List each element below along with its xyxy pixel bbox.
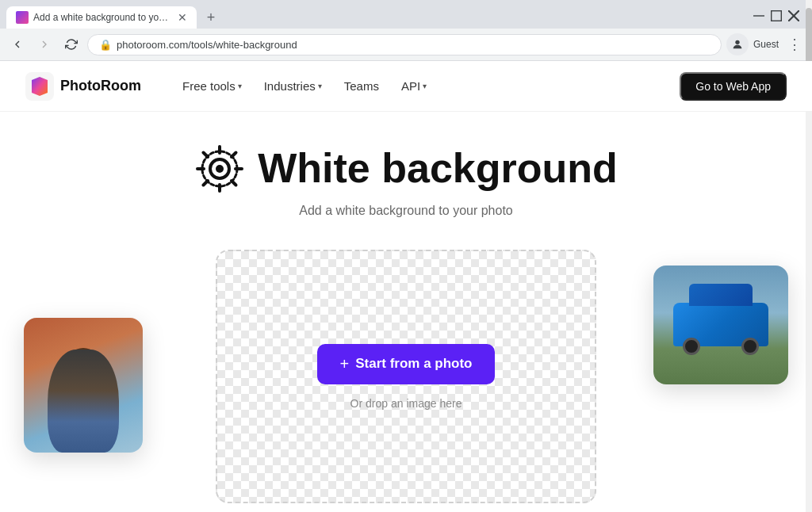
floating-image-woman: [24, 318, 143, 453]
active-tab[interactable]: Add a white background to you... ✕: [6, 6, 197, 29]
nav-links: Free tools ▾ Industries ▾ Teams API ▾: [173, 75, 680, 97]
logo[interactable]: PhotoRoom: [25, 72, 141, 101]
car-wheel-right: [741, 338, 759, 355]
profile-label: Guest: [753, 39, 779, 50]
go-to-web-app-button[interactable]: Go to Web App: [680, 72, 787, 101]
url-text: photoroom.com/tools/white-background: [117, 39, 710, 51]
browser-chrome: Add a white background to you... ✕ +: [0, 0, 812, 61]
start-from-photo-button[interactable]: + Start from a photo: [317, 344, 494, 384]
upload-area[interactable]: + Start from a photo Or drop an image he…: [216, 250, 596, 503]
logo-icon: [25, 72, 54, 101]
car-top: [689, 284, 753, 306]
profile-button[interactable]: [726, 33, 749, 55]
start-btn-label: Start from a photo: [355, 356, 472, 372]
car-wheel-left: [683, 338, 700, 355]
nav-link-teams[interactable]: Teams: [335, 75, 389, 97]
page-content: PhotoRoom Free tools ▾ Industries ▾ Team…: [0, 61, 812, 510]
svg-rect-0: [753, 15, 764, 16]
forward-button[interactable]: [33, 33, 56, 55]
car-body: [673, 303, 768, 346]
address-bar[interactable]: 🔒 photoroom.com/tools/white-background: [87, 34, 722, 55]
tab-close-button[interactable]: ✕: [178, 11, 187, 24]
nav-link-industries[interactable]: Industries ▾: [255, 75, 331, 97]
tab-bar: Add a white background to you... ✕ +: [0, 0, 812, 29]
nav-link-free-tools[interactable]: Free tools ▾: [173, 75, 251, 97]
chevron-down-icon: ▾: [238, 82, 242, 90]
svg-point-7: [216, 165, 224, 173]
address-bar-row: 🔒 photoroom.com/tools/white-background G…: [0, 29, 812, 60]
back-button[interactable]: [6, 33, 29, 55]
close-button[interactable]: [788, 10, 799, 21]
window-controls: [753, 10, 806, 25]
logo-text: PhotoRoom: [60, 78, 141, 94]
car-photo: [653, 266, 788, 384]
plus-icon: +: [339, 355, 349, 373]
reload-button[interactable]: [60, 33, 82, 55]
navbar: PhotoRoom Free tools ▾ Industries ▾ Team…: [0, 61, 812, 112]
main-content: White background Add a white background …: [0, 112, 812, 510]
lock-icon: 🔒: [99, 39, 112, 51]
tab-title: Add a white background to you...: [33, 12, 170, 23]
hero-subtitle: Add a white background to your photo: [299, 204, 513, 218]
menu-button[interactable]: ⋮: [783, 33, 806, 55]
svg-rect-1: [772, 11, 782, 21]
svg-point-4: [735, 40, 739, 44]
hero-heading: White background: [258, 146, 618, 191]
hero-title: White background: [194, 143, 618, 194]
nav-link-api[interactable]: API ▾: [392, 75, 436, 97]
new-tab-button[interactable]: +: [200, 6, 222, 29]
chevron-down-icon: ▾: [423, 82, 427, 90]
minimize-button[interactable]: [753, 10, 764, 21]
woman-silhouette: [48, 350, 119, 453]
woman-photo: [24, 318, 143, 453]
gear-icon: [194, 143, 245, 194]
floating-image-car: [653, 266, 788, 384]
chevron-down-icon: ▾: [318, 82, 322, 90]
drop-text: Or drop an image here: [350, 397, 462, 410]
restore-button[interactable]: [771, 10, 782, 21]
tab-favicon: [16, 11, 29, 24]
